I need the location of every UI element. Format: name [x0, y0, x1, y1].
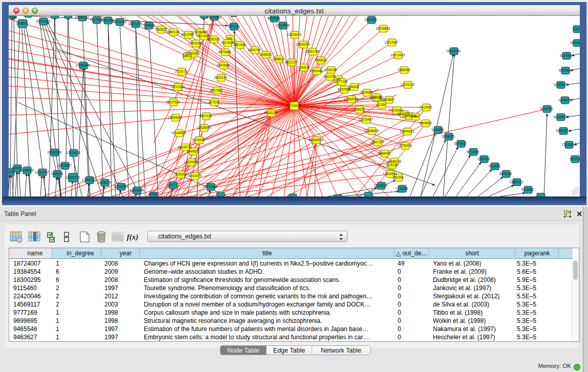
svg-text:14099488: 14099488	[184, 160, 199, 164]
svg-text:8990448: 8990448	[310, 69, 323, 73]
svg-text:9227343: 9227343	[559, 69, 572, 72]
svg-text:1733426: 1733426	[396, 187, 408, 190]
svg-text:9084067: 9084067	[378, 151, 391, 155]
svg-text:23958: 23958	[9, 16, 17, 18]
svg-text:6879197: 6879197	[454, 142, 467, 145]
svg-text:3824554: 3824554	[360, 91, 373, 94]
svg-text:6497568: 6497568	[338, 87, 351, 91]
svg-text:13524851: 13524851	[383, 172, 398, 176]
svg-text:12093877: 12093877	[553, 83, 568, 86]
svg-text:1362615: 1362615	[297, 65, 310, 69]
svg-text:9457771: 9457771	[166, 183, 179, 187]
svg-text:10025433: 10025433	[389, 108, 404, 112]
svg-text:1145134: 1145134	[51, 172, 63, 176]
svg-text:17359924: 17359924	[66, 151, 81, 155]
svg-text:5678334: 5678334	[192, 138, 205, 142]
svg-text:252254: 252254	[393, 176, 404, 179]
svg-text:13535594: 13535594	[197, 126, 211, 129]
svg-text:15640910: 15640910	[296, 42, 311, 46]
svg-text:10973493: 10973493	[390, 53, 405, 57]
svg-text:8875685: 8875685	[219, 50, 231, 54]
svg-text:417006: 417006	[208, 100, 220, 104]
svg-text:9146821: 9146821	[259, 53, 272, 56]
svg-text:17957253: 17957253	[82, 178, 97, 182]
svg-text:1244415: 1244415	[558, 98, 571, 102]
svg-text:8215955: 8215955	[540, 107, 553, 111]
svg-text:15716485: 15716485	[203, 185, 218, 188]
svg-text:116753: 116753	[570, 157, 580, 161]
svg-text:17016504: 17016504	[561, 143, 576, 146]
svg-text:1080748: 1080748	[369, 95, 382, 99]
svg-text:98901: 98901	[182, 54, 191, 58]
svg-text:19654923: 19654923	[400, 129, 415, 133]
svg-text:15136141: 15136141	[374, 184, 388, 187]
svg-text:9474444: 9474444	[467, 150, 480, 154]
svg-text:11123: 11123	[573, 27, 580, 31]
svg-text:9699695: 9699695	[419, 121, 432, 125]
svg-text:12975115: 12975115	[400, 83, 415, 86]
svg-text:8454: 8454	[411, 115, 419, 118]
svg-text:6794028: 6794028	[324, 68, 337, 72]
svg-text:12505135: 12505135	[66, 176, 80, 179]
svg-text:8471626: 8471626	[499, 172, 512, 176]
svg-text:10975867: 10975867	[57, 164, 72, 167]
svg-text:9527505: 9527505	[221, 41, 234, 45]
svg-text:1640954: 1640954	[431, 128, 444, 132]
svg-text:8860128: 8860128	[167, 30, 180, 34]
svg-text:20691406: 20691406	[36, 19, 51, 23]
svg-text:2867608: 2867608	[233, 43, 246, 47]
svg-text:12942737: 12942737	[35, 170, 50, 174]
svg-text:7625402: 7625402	[174, 172, 187, 176]
svg-text:8454749: 8454749	[248, 48, 261, 52]
svg-text:1449822: 1449822	[187, 149, 200, 153]
svg-text:9245: 9245	[149, 192, 157, 196]
svg-text:12156829: 12156829	[19, 168, 34, 172]
svg-text:16120746: 16120746	[387, 160, 402, 163]
svg-text:7986372: 7986372	[353, 107, 365, 111]
svg-text:9129966: 9129966	[560, 54, 573, 57]
svg-text:12213389: 12213389	[170, 85, 185, 89]
svg-text:10653267: 10653267	[75, 16, 90, 19]
svg-text:19654924: 19654924	[168, 116, 183, 119]
svg-text:19384554: 19384554	[309, 138, 323, 142]
svg-text:15720407: 15720407	[359, 118, 374, 121]
svg-text:2887682: 2887682	[365, 18, 378, 21]
svg-text:10688609: 10688609	[364, 129, 379, 133]
svg-text:2803144: 2803144	[214, 76, 227, 79]
svg-text:15692971: 15692971	[556, 129, 571, 133]
svg-text:11958107: 11958107	[97, 181, 112, 184]
svg-text:13325419: 13325419	[287, 33, 302, 36]
svg-text:10719185: 10719185	[112, 20, 127, 24]
svg-text:12213967: 12213967	[384, 40, 399, 44]
svg-text:9777169: 9777169	[335, 80, 348, 83]
svg-text:15751074: 15751074	[570, 41, 580, 45]
svg-text:16543382: 16543382	[188, 41, 203, 45]
svg-text:16107554: 16107554	[166, 100, 181, 104]
svg-text:7563822: 7563822	[155, 28, 167, 31]
svg-text:16961758: 16961758	[305, 50, 320, 53]
svg-text:7357224: 7357224	[227, 25, 240, 28]
svg-text:8186328: 8186328	[207, 37, 220, 41]
svg-text:546: 546	[227, 37, 233, 40]
svg-text:7632621: 7632621	[488, 164, 501, 168]
svg-text:1405571: 1405571	[16, 21, 29, 25]
svg-text:16046736: 16046736	[178, 145, 192, 149]
svg-text:16648784: 16648784	[446, 49, 461, 53]
svg-text:1615132: 1615132	[385, 163, 398, 167]
svg-text:2718176: 2718176	[175, 70, 188, 73]
svg-text:19166825: 19166825	[171, 131, 186, 135]
svg-text:8938923: 8938923	[442, 135, 455, 138]
svg-text:9242845: 9242845	[217, 63, 230, 67]
svg-text:2935114: 2935114	[477, 157, 490, 161]
svg-text:7515526: 7515526	[142, 24, 155, 27]
svg-text:18807209: 18807209	[370, 140, 385, 144]
svg-text:62160: 62160	[377, 103, 386, 106]
svg-text:23226055: 23226055	[192, 30, 207, 34]
svg-text:12923448: 12923448	[129, 188, 144, 192]
svg-text:9245652: 9245652	[521, 188, 534, 191]
svg-text:16033809: 16033809	[207, 16, 222, 19]
svg-text:16782759: 16782759	[114, 185, 128, 188]
svg-text:8427552: 8427552	[210, 89, 223, 92]
svg-text:8813054: 8813054	[268, 16, 280, 20]
svg-text:16210643: 16210643	[553, 115, 568, 119]
